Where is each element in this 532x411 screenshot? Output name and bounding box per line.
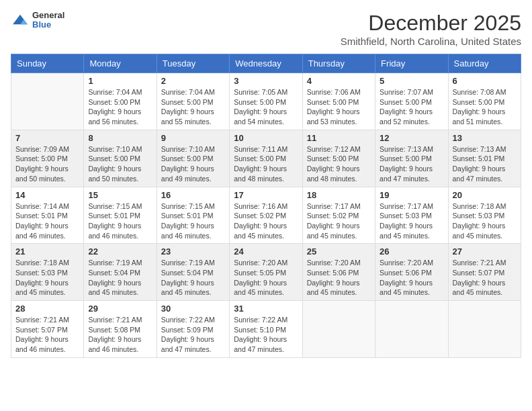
calendar-cell: 26Sunrise: 7:20 AMSunset: 5:06 PMDayligh…	[375, 244, 448, 301]
day-number: 5	[380, 76, 443, 86]
title-area: December 2025 Smithfield, North Carolina…	[341, 11, 521, 47]
calendar-cell: 30Sunrise: 7:22 AMSunset: 5:09 PMDayligh…	[157, 301, 229, 358]
logo-icon	[11, 13, 30, 27]
day-number: 10	[234, 133, 298, 143]
calendar-cell: 22Sunrise: 7:19 AMSunset: 5:04 PMDayligh…	[84, 244, 157, 301]
day-detail: Sunrise: 7:16 AMSunset: 5:02 PMDaylight:…	[234, 201, 298, 241]
day-detail: Sunrise: 7:21 AMSunset: 5:07 PMDaylight:…	[453, 258, 517, 298]
day-detail: Sunrise: 7:19 AMSunset: 5:04 PMDaylight:…	[161, 258, 225, 298]
day-detail: Sunrise: 7:18 AMSunset: 5:03 PMDaylight:…	[15, 258, 79, 298]
calendar-cell	[375, 301, 448, 358]
day-detail: Sunrise: 7:22 AMSunset: 5:10 PMDaylight:…	[234, 315, 298, 355]
day-detail: Sunrise: 7:08 AMSunset: 5:00 PMDaylight:…	[453, 87, 517, 127]
day-detail: Sunrise: 7:13 AMSunset: 5:01 PMDaylight:…	[453, 144, 517, 184]
location-title: Smithfield, North Carolina, United State…	[341, 36, 521, 47]
day-number: 15	[88, 190, 152, 200]
calendar-cell: 13Sunrise: 7:13 AMSunset: 5:01 PMDayligh…	[448, 130, 521, 187]
day-number: 21	[15, 246, 79, 257]
day-detail: Sunrise: 7:04 AMSunset: 5:00 PMDaylight:…	[88, 87, 152, 127]
calendar-cell: 19Sunrise: 7:17 AMSunset: 5:03 PMDayligh…	[375, 187, 448, 244]
calendar-cell: 23Sunrise: 7:19 AMSunset: 5:04 PMDayligh…	[157, 244, 229, 301]
day-number: 13	[453, 133, 517, 143]
day-detail: Sunrise: 7:11 AMSunset: 5:00 PMDaylight:…	[234, 144, 298, 184]
logo: General Blue	[11, 11, 64, 30]
day-number: 8	[88, 133, 152, 143]
day-detail: Sunrise: 7:22 AMSunset: 5:09 PMDaylight:…	[161, 315, 225, 355]
calendar-week-row: 7Sunrise: 7:09 AMSunset: 5:00 PMDaylight…	[11, 130, 521, 187]
day-number: 17	[234, 190, 298, 200]
month-title: December 2025	[341, 11, 521, 36]
day-number: 4	[307, 76, 371, 86]
calendar-cell: 2Sunrise: 7:04 AMSunset: 5:00 PMDaylight…	[157, 73, 229, 130]
day-detail: Sunrise: 7:09 AMSunset: 5:00 PMDaylight:…	[15, 144, 79, 184]
calendar-cell: 6Sunrise: 7:08 AMSunset: 5:00 PMDaylight…	[448, 73, 521, 130]
calendar-cell	[11, 73, 84, 130]
calendar-week-row: 21Sunrise: 7:18 AMSunset: 5:03 PMDayligh…	[11, 244, 521, 301]
day-number: 18	[307, 190, 371, 200]
day-detail: Sunrise: 7:17 AMSunset: 5:03 PMDaylight:…	[380, 201, 443, 241]
calendar-cell: 3Sunrise: 7:05 AMSunset: 5:00 PMDaylight…	[230, 73, 302, 130]
day-detail: Sunrise: 7:19 AMSunset: 5:04 PMDaylight:…	[88, 258, 152, 298]
day-number: 27	[453, 246, 517, 257]
calendar-week-row: 28Sunrise: 7:21 AMSunset: 5:07 PMDayligh…	[11, 301, 521, 358]
calendar-cell: 10Sunrise: 7:11 AMSunset: 5:00 PMDayligh…	[230, 130, 302, 187]
day-number: 11	[307, 133, 371, 143]
day-detail: Sunrise: 7:10 AMSunset: 5:00 PMDaylight:…	[88, 144, 152, 184]
day-number: 31	[234, 304, 298, 314]
calendar-cell	[448, 301, 521, 358]
header-sunday: Sunday	[11, 54, 84, 73]
calendar-cell: 20Sunrise: 7:18 AMSunset: 5:03 PMDayligh…	[448, 187, 521, 244]
calendar-cell: 17Sunrise: 7:16 AMSunset: 5:02 PMDayligh…	[230, 187, 302, 244]
day-number: 16	[161, 190, 225, 200]
logo-blue: Blue	[32, 20, 64, 30]
day-number: 1	[88, 76, 152, 86]
calendar-cell: 18Sunrise: 7:17 AMSunset: 5:02 PMDayligh…	[302, 187, 375, 244]
calendar-cell: 14Sunrise: 7:14 AMSunset: 5:01 PMDayligh…	[11, 187, 84, 244]
header-monday: Monday	[84, 54, 157, 73]
day-detail: Sunrise: 7:06 AMSunset: 5:00 PMDaylight:…	[307, 87, 371, 127]
calendar: SundayMondayTuesdayWednesdayThursdayFrid…	[11, 54, 521, 358]
day-number: 22	[88, 246, 152, 257]
calendar-cell: 1Sunrise: 7:04 AMSunset: 5:00 PMDaylight…	[84, 73, 157, 130]
day-number: 24	[234, 246, 298, 257]
day-number: 23	[161, 246, 225, 257]
calendar-cell: 29Sunrise: 7:21 AMSunset: 5:08 PMDayligh…	[84, 301, 157, 358]
header-saturday: Saturday	[448, 54, 521, 73]
day-number: 3	[234, 76, 298, 86]
day-detail: Sunrise: 7:20 AMSunset: 5:06 PMDaylight:…	[307, 258, 371, 298]
day-detail: Sunrise: 7:15 AMSunset: 5:01 PMDaylight:…	[88, 201, 152, 241]
day-detail: Sunrise: 7:13 AMSunset: 5:00 PMDaylight:…	[380, 144, 443, 184]
header-wednesday: Wednesday	[230, 54, 302, 73]
day-detail: Sunrise: 7:05 AMSunset: 5:00 PMDaylight:…	[234, 87, 298, 127]
day-detail: Sunrise: 7:17 AMSunset: 5:02 PMDaylight:…	[307, 201, 371, 241]
day-number: 28	[15, 304, 79, 314]
day-detail: Sunrise: 7:21 AMSunset: 5:07 PMDaylight:…	[15, 315, 79, 355]
calendar-cell	[302, 301, 375, 358]
day-detail: Sunrise: 7:04 AMSunset: 5:00 PMDaylight:…	[161, 87, 225, 127]
day-detail: Sunrise: 7:15 AMSunset: 5:01 PMDaylight:…	[161, 201, 225, 241]
calendar-cell: 4Sunrise: 7:06 AMSunset: 5:00 PMDaylight…	[302, 73, 375, 130]
calendar-cell: 5Sunrise: 7:07 AMSunset: 5:00 PMDaylight…	[375, 73, 448, 130]
day-number: 2	[161, 76, 225, 86]
day-detail: Sunrise: 7:07 AMSunset: 5:00 PMDaylight:…	[380, 87, 443, 127]
calendar-cell: 25Sunrise: 7:20 AMSunset: 5:06 PMDayligh…	[302, 244, 375, 301]
day-number: 14	[15, 190, 79, 200]
calendar-cell: 12Sunrise: 7:13 AMSunset: 5:00 PMDayligh…	[375, 130, 448, 187]
calendar-cell: 24Sunrise: 7:20 AMSunset: 5:05 PMDayligh…	[230, 244, 302, 301]
calendar-cell: 16Sunrise: 7:15 AMSunset: 5:01 PMDayligh…	[157, 187, 229, 244]
calendar-header-row: SundayMondayTuesdayWednesdayThursdayFrid…	[11, 54, 521, 73]
day-number: 7	[15, 133, 79, 143]
calendar-cell: 21Sunrise: 7:18 AMSunset: 5:03 PMDayligh…	[11, 244, 84, 301]
day-number: 20	[453, 190, 517, 200]
calendar-week-row: 1Sunrise: 7:04 AMSunset: 5:00 PMDaylight…	[11, 73, 521, 130]
header-thursday: Thursday	[302, 54, 375, 73]
header-tuesday: Tuesday	[157, 54, 229, 73]
day-number: 12	[380, 133, 443, 143]
day-number: 30	[161, 304, 225, 314]
calendar-cell: 31Sunrise: 7:22 AMSunset: 5:10 PMDayligh…	[230, 301, 302, 358]
logo-general: General	[32, 11, 64, 20]
day-detail: Sunrise: 7:18 AMSunset: 5:03 PMDaylight:…	[453, 201, 517, 241]
day-detail: Sunrise: 7:21 AMSunset: 5:08 PMDaylight:…	[88, 315, 152, 355]
header: General Blue December 2025 Smithfield, N…	[11, 11, 521, 47]
calendar-cell: 27Sunrise: 7:21 AMSunset: 5:07 PMDayligh…	[448, 244, 521, 301]
